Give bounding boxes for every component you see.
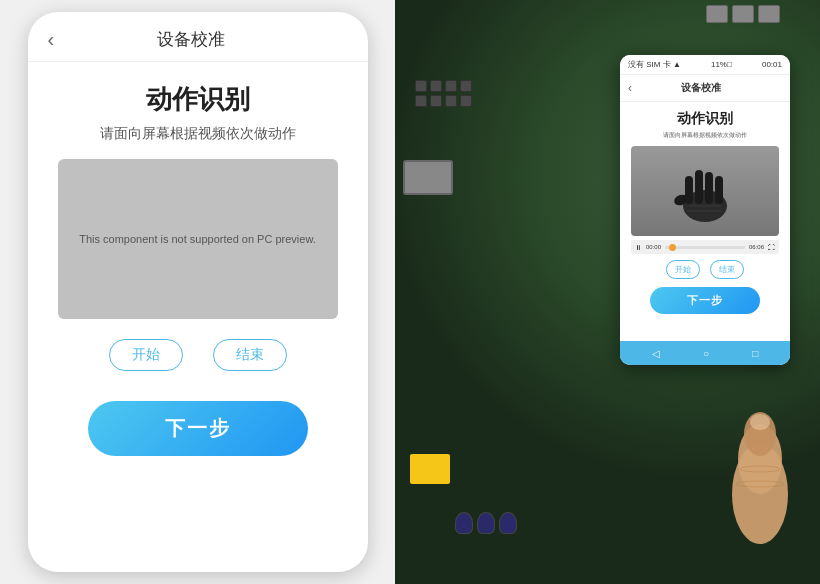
- cap-2: [477, 512, 495, 534]
- end-button-right[interactable]: 结束: [710, 260, 744, 279]
- pause-icon[interactable]: ⏸: [635, 244, 642, 251]
- expand-icon[interactable]: ⛶: [768, 244, 775, 251]
- embedded-header-right: ‹ 设备校准: [620, 75, 790, 102]
- svg-point-11: [750, 414, 770, 430]
- video-inner: [631, 146, 779, 236]
- nav-home-icon[interactable]: ○: [703, 348, 709, 359]
- button-grid: [415, 80, 472, 107]
- page-title-right: 设备校准: [632, 81, 770, 95]
- svg-rect-4: [715, 176, 723, 204]
- page-title-left: 设备校准: [54, 28, 327, 51]
- right-panel: 没有 SIM 卡 ▲ 11%□ 00:01 ‹ 设备校准 动作识别 请面向屏幕根…: [395, 0, 820, 584]
- nav-recent-icon[interactable]: □: [752, 348, 758, 359]
- finger-svg: [720, 404, 800, 544]
- pcb-btn-5: [415, 95, 427, 107]
- start-button-left[interactable]: 开始: [109, 339, 183, 371]
- hand-gesture-icon: [665, 156, 745, 226]
- phone-frame-left: ‹ 设备校准 动作识别 请面向屏幕根据视频依次做动作 This componen…: [28, 12, 368, 572]
- video-placeholder-text: This component is not supported on PC pr…: [69, 223, 326, 255]
- embedded-phone-screen: 没有 SIM 卡 ▲ 11%□ 00:01 ‹ 设备校准 动作识别 请面向屏幕根…: [620, 55, 790, 365]
- usb-ports: [706, 5, 780, 23]
- start-button-right[interactable]: 开始: [666, 260, 700, 279]
- action-title-right: 动作识别: [677, 110, 733, 128]
- svg-rect-2: [695, 170, 703, 204]
- pcb-btn-2: [430, 80, 442, 92]
- next-button-right[interactable]: 下一步: [650, 287, 760, 314]
- embedded-action-buttons: 开始 结束: [666, 260, 744, 279]
- video-area-right: [631, 146, 779, 236]
- ethernet-port: [403, 160, 453, 195]
- progress-dot: [669, 244, 676, 251]
- embedded-status-bar: 没有 SIM 卡 ▲ 11%□ 00:01: [620, 55, 790, 75]
- action-title-left: 动作识别: [146, 82, 250, 117]
- button-cluster: [415, 80, 472, 107]
- sim-status: 没有 SIM 卡 ▲: [628, 59, 681, 70]
- pcb-btn-1: [415, 80, 427, 92]
- phone-content-left: 动作识别 请面向屏幕根据视频依次做动作 This component is no…: [28, 62, 368, 572]
- pcb-btn-3: [445, 80, 457, 92]
- pcb-btn-7: [445, 95, 457, 107]
- action-buttons-left: 开始 结束: [109, 339, 287, 371]
- svg-rect-3: [705, 172, 713, 204]
- phone-header-left: ‹ 设备校准: [28, 12, 368, 62]
- embedded-nav-bar: ◁ ○ □: [620, 341, 790, 365]
- pcb-btn-8: [460, 95, 472, 107]
- next-button-left[interactable]: 下一步: [88, 401, 308, 456]
- action-subtitle-right: 请面向屏幕根据视频依次做动作: [663, 131, 747, 140]
- time-start: 00:00: [646, 244, 661, 250]
- usb-port-1: [706, 5, 728, 23]
- left-panel: ‹ 设备校准 动作识别 请面向屏幕根据视频依次做动作 This componen…: [0, 0, 395, 584]
- pcb-btn-6: [430, 95, 442, 107]
- finger-overlay: [720, 404, 800, 544]
- usb-port-3: [758, 5, 780, 23]
- usb-port-2: [732, 5, 754, 23]
- video-area-left: This component is not supported on PC pr…: [58, 159, 338, 319]
- end-button-left[interactable]: 结束: [213, 339, 287, 371]
- back-button-left[interactable]: ‹: [48, 28, 55, 51]
- capacitors: [455, 512, 517, 534]
- pcb-btn-4: [460, 80, 472, 92]
- battery-status: 11%□: [711, 60, 732, 69]
- cap-3: [499, 512, 517, 534]
- action-subtitle-left: 请面向屏幕根据视频依次做动作: [100, 125, 296, 143]
- connector-block: [410, 454, 450, 484]
- embedded-content-right: 动作识别 请面向屏幕根据视频依次做动作: [620, 102, 790, 341]
- time-display: 00:01: [762, 60, 782, 69]
- cap-1: [455, 512, 473, 534]
- nav-back-icon[interactable]: ◁: [652, 348, 660, 359]
- progress-bar[interactable]: [665, 246, 745, 249]
- video-controls: ⏸ 00:00 06:06 ⛶: [631, 240, 779, 254]
- time-end: 06:06: [749, 244, 764, 250]
